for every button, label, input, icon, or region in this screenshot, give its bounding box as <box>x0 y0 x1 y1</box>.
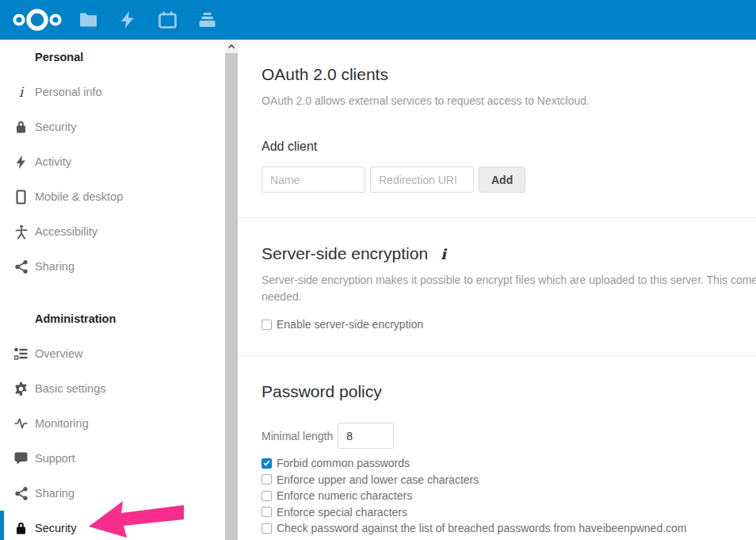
nextcloud-logo[interactable] <box>10 6 64 34</box>
enable-encryption-label[interactable]: Enable server-side encryption <box>277 318 423 331</box>
deck-icon <box>198 12 216 28</box>
policy-option-row: Enforce special characters <box>262 504 756 521</box>
check-icon <box>263 460 270 466</box>
forbid-common-passwords-checkbox[interactable] <box>262 458 272 469</box>
scrollbar-thumb[interactable] <box>225 53 238 540</box>
minimal-length-input[interactable] <box>338 423 394 449</box>
sidebar-item-sharing-admin[interactable]: Sharing <box>0 476 238 511</box>
sidebar-scrollbar[interactable] <box>225 40 238 540</box>
policy-option-row: Enforce numeric characters <box>262 488 756 504</box>
chevron-up-icon <box>227 43 236 50</box>
deck-app-button[interactable] <box>187 0 227 40</box>
calendar-app-button[interactable] <box>147 0 187 40</box>
policy-option-row: Enforce upper and lower case characters <box>262 472 756 488</box>
policy-option-row: Forbid common passwords <box>262 455 756 472</box>
add-client-button[interactable]: Add <box>479 167 525 193</box>
accessibility-icon <box>14 223 28 240</box>
sidebar-item-activity[interactable]: Activity <box>0 144 238 179</box>
settings-sidebar: Personal i Personal info Security Activi… <box>0 40 238 540</box>
oauth-section-title: OAuth 2.0 clients <box>262 65 756 84</box>
sidebar-item-overview[interactable]: Overview <box>0 336 238 371</box>
sidebar-item-accessibility[interactable]: Accessibility <box>0 214 238 249</box>
sidebar-item-security-admin[interactable]: Security <box>0 511 238 540</box>
phone-icon <box>14 188 28 205</box>
policy-option-label[interactable]: Enforce numeric characters <box>277 489 412 502</box>
minimal-length-row: Minimal length <box>262 423 756 449</box>
info-icon[interactable]: i <box>441 246 446 262</box>
encryption-section: Server-side encryption i Server-side enc… <box>238 218 756 331</box>
policy-option-label[interactable]: Enforce upper and lower case characters <box>277 473 479 486</box>
activity-app-button[interactable] <box>108 0 147 40</box>
password-policy-title: Password policy <box>262 382 756 401</box>
password-policy-section: Password policy Minimal length Forbid co… <box>238 356 756 537</box>
chat-icon <box>14 450 28 467</box>
encryption-description: Server-side encryption makes it possible… <box>262 272 756 305</box>
policy-option-label[interactable]: Check password against the list of breac… <box>277 522 687 534</box>
bolt-icon <box>14 153 28 170</box>
lock-icon <box>14 519 28 537</box>
sidebar-item-monitoring[interactable]: Monitoring <box>0 406 238 441</box>
oauth-section: OAuth 2.0 clients OAuth 2.0 allows exter… <box>238 40 756 193</box>
pulse-icon <box>14 415 28 432</box>
scrollbar-up-button[interactable] <box>225 40 238 53</box>
enforce-case-checkbox[interactable] <box>262 474 272 484</box>
files-app-button[interactable] <box>68 0 108 40</box>
redirection-uri-input[interactable] <box>370 167 474 193</box>
enforce-special-checkbox[interactable] <box>262 507 272 517</box>
policy-option-label[interactable]: Forbid common passwords <box>277 457 410 469</box>
bolt-icon <box>120 11 135 29</box>
policy-option-row: Check password against the list of breac… <box>262 520 756 537</box>
list-icon <box>14 345 28 362</box>
enable-encryption-row: Enable server-side encryption <box>262 318 756 331</box>
check-hibp-checkbox[interactable] <box>262 523 272 534</box>
app-navigation <box>68 0 227 40</box>
enforce-numeric-checkbox[interactable] <box>262 491 272 501</box>
sidebar-caption-administration: Administration <box>0 301 238 336</box>
sidebar-caption-personal: Personal <box>0 40 238 75</box>
settings-content: OAuth 2.0 clients OAuth 2.0 allows exter… <box>238 40 756 540</box>
sidebar-item-personal-info[interactable]: i Personal info <box>0 75 238 109</box>
sidebar-item-basic-settings[interactable]: Basic settings <box>0 371 238 406</box>
share-icon <box>14 484 28 502</box>
lock-icon <box>14 118 28 136</box>
encryption-section-title: Server-side encryption <box>262 244 428 263</box>
gear-icon <box>14 380 28 397</box>
client-name-input[interactable] <box>262 167 365 193</box>
minimal-length-label: Minimal length <box>262 430 333 442</box>
nextcloud-logo-icon <box>10 6 64 34</box>
sidebar-item-mobile-desktop[interactable]: Mobile & desktop <box>0 179 238 214</box>
top-header-bar <box>0 0 756 40</box>
folder-icon <box>79 13 97 27</box>
password-policy-options: Forbid common passwords Enforce upper an… <box>262 455 756 537</box>
sidebar-item-sharing-personal[interactable]: Sharing <box>0 249 238 284</box>
add-client-heading: Add client <box>262 140 756 154</box>
sidebar-item-security-personal[interactable]: Security <box>0 109 238 144</box>
enable-encryption-checkbox[interactable] <box>262 320 272 330</box>
calendar-icon <box>158 11 177 29</box>
sidebar-item-support[interactable]: Support <box>0 441 238 476</box>
share-icon <box>14 258 28 275</box>
add-client-form: Add <box>262 167 756 193</box>
policy-option-label[interactable]: Enforce special characters <box>277 506 407 519</box>
oauth-section-description: OAuth 2.0 allows external services to re… <box>262 93 756 109</box>
info-icon: i <box>14 83 28 101</box>
